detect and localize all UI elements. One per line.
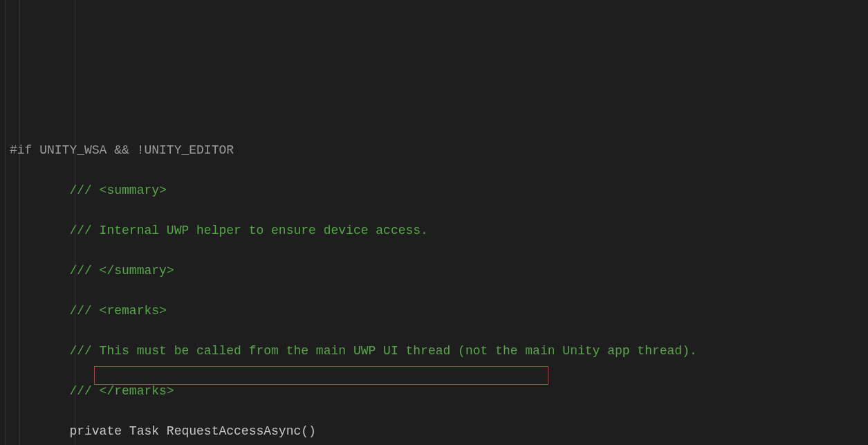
code-line[interactable]: #if UNITY_WSA && !UNITY_EDITOR xyxy=(10,140,868,161)
code-line[interactable]: /// This must be called from the main UW… xyxy=(10,341,868,361)
code-line[interactable]: /// Internal UWP helper to ensure device… xyxy=(10,221,868,241)
code-line[interactable]: /// </remarks> xyxy=(10,381,868,401)
code-editor[interactable]: #if UNITY_WSA && !UNITY_EDITOR /// <summ… xyxy=(0,0,868,445)
code-line[interactable]: /// <remarks> xyxy=(10,301,868,321)
code-block[interactable]: #if UNITY_WSA && !UNITY_EDITOR /// <summ… xyxy=(0,120,868,445)
code-line[interactable]: /// <summary> xyxy=(10,181,868,201)
code-line[interactable]: private Task RequestAccessAsync() xyxy=(10,421,868,442)
code-line[interactable]: /// </summary> xyxy=(10,261,868,281)
